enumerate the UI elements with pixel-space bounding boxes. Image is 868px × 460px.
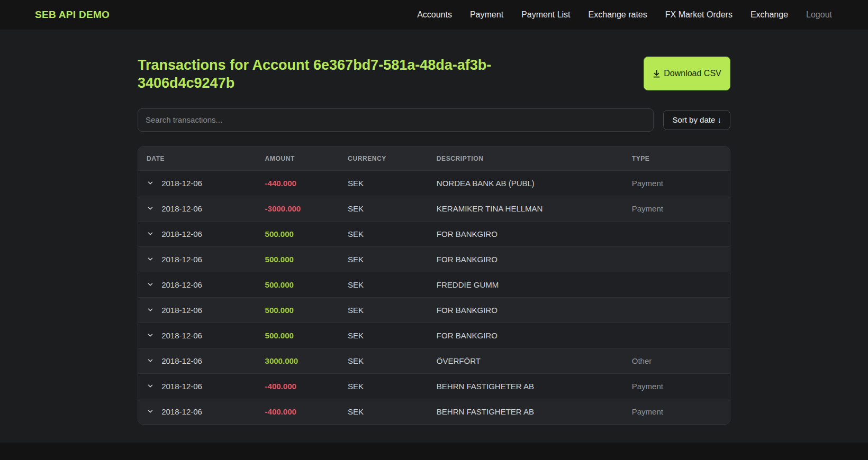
transaction-date: 2018-12-06 [161,331,202,340]
transaction-description: FREDDIE GUMM [428,272,623,297]
transaction-currency: SEK [339,348,428,373]
download-csv-label: Download CSV [664,68,721,79]
transaction-type: Payment [623,196,730,221]
transaction-description: FOR BANKGIRO [428,323,623,348]
chevron-down-icon[interactable] [147,255,154,263]
transaction-type: Payment [623,399,730,424]
transaction-type: Other [623,348,730,373]
chevron-down-icon[interactable] [147,179,154,187]
nav-item-payment-list[interactable]: Payment List [521,10,570,20]
transaction-type [623,323,730,348]
transaction-date: 2018-12-06 [161,382,202,391]
transaction-description: BEHRN FASTIGHETER AB [428,399,623,424]
chevron-down-icon[interactable] [147,357,154,364]
transaction-currency: SEK [339,170,428,196]
chevron-down-icon[interactable] [147,408,154,415]
transaction-row[interactable]: 2018-12-06 500.000 SEK FOR BANKGIRO [138,246,730,272]
transaction-amount: 500.000 [257,272,340,297]
transaction-description: KERAMIKER TINA HELLMAN [428,196,623,221]
transaction-amount: -400.000 [257,399,340,424]
sort-by-date-button[interactable]: Sort by date ↓ [663,110,730,130]
chevron-down-icon[interactable] [147,382,154,390]
transaction-type [623,221,730,246]
search-input[interactable] [138,108,654,132]
transaction-description: FOR BANKGIRO [428,297,623,323]
transaction-type: Payment [623,373,730,399]
navbar: SEB API DEMO Accounts Payment Payment Li… [0,0,868,30]
download-csv-button[interactable]: Download CSV [644,57,730,90]
transaction-amount: 500.000 [257,221,340,246]
nav-item-exchange[interactable]: Exchange [751,10,788,20]
transaction-date: 2018-12-06 [161,407,202,416]
nav-item-payment[interactable]: Payment [470,10,503,20]
header-amount: AMOUNT [257,147,340,171]
transaction-currency: SEK [339,196,428,221]
transaction-type: Payment [623,170,730,196]
chevron-down-icon[interactable] [147,306,154,314]
nav-links: Accounts Payment Payment List Exchange r… [417,10,832,20]
transaction-date: 2018-12-06 [161,179,202,188]
transaction-amount: 500.000 [257,246,340,272]
transaction-description: NORDEA BANK AB (PUBL) [428,170,623,196]
table-controls: Sort by date ↓ [138,108,730,132]
transaction-type [623,272,730,297]
transaction-row[interactable]: 2018-12-06 3000.000 SEK ÖVERFÖRT Other [138,348,730,373]
transaction-amount: -440.000 [257,170,340,196]
transaction-date: 2018-12-06 [161,255,202,264]
download-icon [653,70,661,78]
page-title: Transactions for Account 6e367bd7-581a-4… [138,57,540,93]
transaction-row[interactable]: 2018-12-06 -400.000 SEK BEHRN FASTIGHETE… [138,373,730,399]
header-date: DATE [138,147,257,171]
header-currency: CURRENCY [339,147,428,171]
transaction-currency: SEK [339,399,428,424]
page-header: Transactions for Account 6e367bd7-581a-4… [138,57,730,93]
transaction-amount: 3000.000 [257,348,340,373]
transaction-row[interactable]: 2018-12-06 500.000 SEK FOR BANKGIRO [138,297,730,323]
transaction-row[interactable]: 2018-12-06 500.000 SEK FREDDIE GUMM [138,272,730,297]
transaction-type [623,297,730,323]
transaction-description: FOR BANKGIRO [428,221,623,246]
chevron-down-icon[interactable] [147,205,154,212]
chevron-down-icon[interactable] [147,281,154,288]
transaction-row[interactable]: 2018-12-06 -400.000 SEK BEHRN FASTIGHETE… [138,399,730,424]
transaction-description: ÖVERFÖRT [428,348,623,373]
transaction-currency: SEK [339,221,428,246]
transaction-date: 2018-12-06 [161,204,202,213]
chevron-down-icon[interactable] [147,230,154,237]
header-type: TYPE [623,147,730,171]
transaction-date: 2018-12-06 [161,356,202,365]
transaction-amount: -400.000 [257,373,340,399]
transaction-currency: SEK [339,323,428,348]
nav-item-fx-market-orders[interactable]: FX Market Orders [665,10,733,20]
brand-logo[interactable]: SEB API DEMO [35,9,110,21]
transaction-currency: SEK [339,297,428,323]
nav-item-accounts[interactable]: Accounts [417,10,452,20]
transaction-date: 2018-12-06 [161,229,202,238]
transaction-description: BEHRN FASTIGHETER AB [428,373,623,399]
transaction-row[interactable]: 2018-12-06 500.000 SEK FOR BANKGIRO [138,323,730,348]
nav-item-exchange-rates[interactable]: Exchange rates [589,10,647,20]
transaction-type [623,246,730,272]
main-content: Transactions for Account 6e367bd7-581a-4… [0,30,868,443]
table-header-row: DATE AMOUNT CURRENCY DESCRIPTION TYPE [138,147,730,171]
nav-item-logout[interactable]: Logout [806,10,832,20]
transaction-row[interactable]: 2018-12-06 500.000 SEK FOR BANKGIRO [138,221,730,246]
transaction-amount: -3000.000 [257,196,340,221]
transaction-description: FOR BANKGIRO [428,246,623,272]
transaction-date: 2018-12-06 [161,280,202,289]
transaction-row[interactable]: 2018-12-06 -440.000 SEK NORDEA BANK AB (… [138,170,730,196]
transactions-table: DATE AMOUNT CURRENCY DESCRIPTION TYPE 20… [138,146,730,425]
chevron-down-icon[interactable] [147,332,154,339]
transaction-date: 2018-12-06 [161,306,202,315]
header-description: DESCRIPTION [428,147,623,171]
transaction-amount: 500.000 [257,323,340,348]
transaction-amount: 500.000 [257,297,340,323]
transaction-currency: SEK [339,373,428,399]
transaction-currency: SEK [339,272,428,297]
transaction-currency: SEK [339,246,428,272]
transaction-row[interactable]: 2018-12-06 -3000.000 SEK KERAMIKER TINA … [138,196,730,221]
